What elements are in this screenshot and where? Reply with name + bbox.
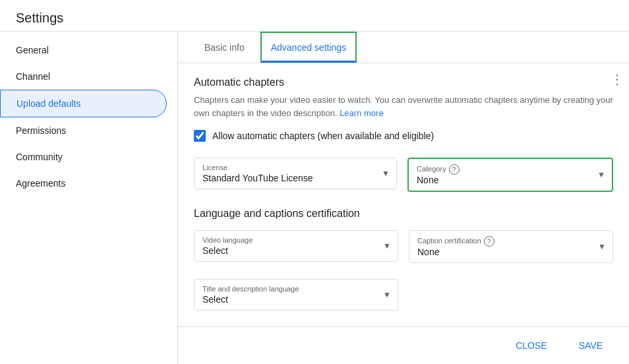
video-language-dropdown[interactable]: Video language Select ▼ — [194, 230, 398, 262]
language-captions-row: Video language Select ▼ Caption certific… — [194, 230, 613, 263]
video-language-value: Select — [202, 245, 374, 256]
caption-certification-dropdown[interactable]: Caption certification ? None ▼ — [409, 230, 613, 263]
category-help-icon[interactable]: ? — [449, 164, 460, 175]
caption-certification-arrow: ▼ — [598, 242, 606, 251]
category-label: Category — [417, 165, 446, 173]
sidebar-item-channel[interactable]: Channel — [0, 63, 167, 90]
video-language-wrapper: Video language Select ▼ — [194, 230, 398, 263]
app-container: Settings General Channel Upload defaults… — [0, 0, 629, 364]
settings-header: Settings — [0, 0, 629, 32]
tabs-bar: Basic info Advanced settings — [178, 32, 629, 63]
sidebar-item-upload-defaults[interactable]: Upload defaults — [0, 90, 167, 117]
content-area: ⋮ Automatic chapters Chapters can make y… — [178, 63, 629, 326]
caption-certification-wrapper: Caption certification ? None ▼ — [409, 230, 613, 263]
sidebar-item-agreements[interactable]: Agreements — [0, 170, 167, 197]
category-dropdown[interactable]: Category ? None ▼ — [409, 159, 612, 191]
video-language-arrow: ▼ — [383, 241, 391, 251]
learn-more-link[interactable]: Learn more — [340, 108, 383, 118]
license-value: Standard YouTube License — [202, 173, 373, 183]
license-dropdown-wrapper: License Standard YouTube License ▼ — [194, 158, 397, 192]
save-button[interactable]: SAVE — [568, 335, 613, 356]
more-options-icon[interactable]: ⋮ — [611, 71, 624, 87]
page-title: Settings — [16, 11, 63, 25]
sidebar-item-general[interactable]: General — [0, 37, 167, 63]
automatic-chapters-title: Automatic chapters — [194, 76, 613, 88]
license-dropdown[interactable]: License Standard YouTube License ▼ — [194, 158, 397, 189]
category-dropdown-wrapper: Category ? None ▼ — [407, 158, 613, 192]
category-value: None — [417, 175, 588, 185]
tab-advanced-settings[interactable]: Advanced settings — [260, 32, 357, 63]
close-button[interactable]: CLOSE — [505, 335, 557, 356]
main-content: General Channel Upload defaults Permissi… — [0, 32, 629, 364]
caption-certification-value: None — [417, 247, 589, 257]
tab-basic-info[interactable]: Basic info — [194, 32, 255, 63]
title-description-language-arrow: ▼ — [383, 290, 391, 299]
title-description-language-label: Title and description language — [202, 285, 374, 293]
caption-certification-label: Caption certification — [417, 237, 481, 245]
category-dropdown-arrow: ▼ — [597, 170, 605, 179]
license-dropdown-arrow: ▼ — [382, 169, 390, 178]
sidebar-item-community[interactable]: Community — [0, 144, 167, 170]
sidebar-item-permissions[interactable]: Permissions — [0, 117, 167, 144]
license-label: License — [202, 164, 373, 171]
sidebar: General Channel Upload defaults Permissi… — [0, 32, 178, 364]
footer: CLOSE SAVE — [178, 326, 629, 364]
title-description-language-value: Select — [202, 294, 374, 305]
automatic-chapters-checkbox-label: Allow automatic chapters (when available… — [212, 131, 434, 141]
automatic-chapters-checkbox[interactable] — [194, 130, 206, 142]
license-category-row: License Standard YouTube License ▼ Categ… — [194, 158, 613, 192]
automatic-chapters-section: Automatic chapters Chapters can make you… — [194, 76, 613, 142]
title-description-language-wrapper: Title and description language Select ▼ — [194, 279, 398, 311]
title-description-row: Title and description language Select ▼ — [194, 279, 613, 311]
title-description-language-dropdown[interactable]: Title and description language Select ▼ — [194, 279, 398, 311]
caption-certification-help-icon[interactable]: ? — [484, 236, 494, 247]
language-captions-section: Language and captions certification Vide… — [194, 208, 613, 311]
automatic-chapters-description: Chapters can make your video easier to w… — [194, 94, 613, 119]
video-language-label: Video language — [202, 236, 374, 244]
automatic-chapters-checkbox-row: Allow automatic chapters (when available… — [194, 130, 613, 142]
settings-panel: Basic info Advanced settings ⋮ Automatic… — [178, 32, 629, 364]
language-section-title: Language and captions certification — [194, 208, 613, 220]
